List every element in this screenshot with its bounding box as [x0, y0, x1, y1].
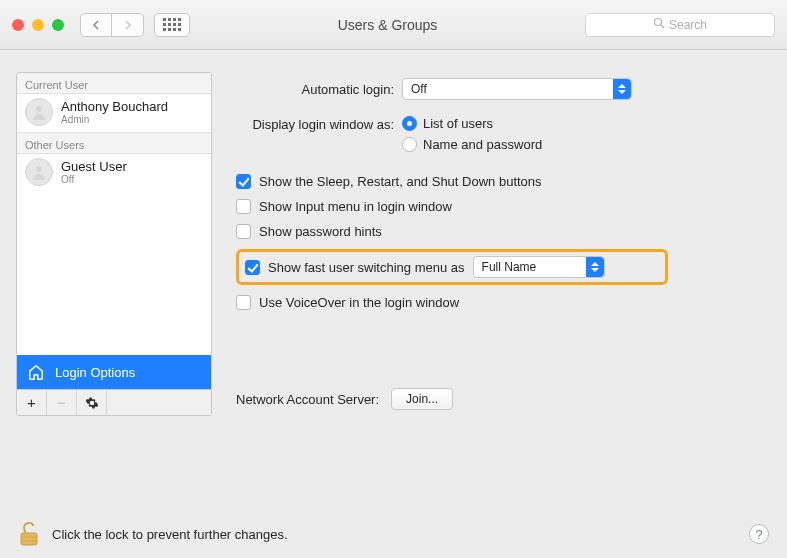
current-user-header: Current User — [17, 73, 211, 94]
checkbox-sleep-restart[interactable]: Show the Sleep, Restart, and Shut Down b… — [236, 174, 761, 189]
current-user-row[interactable]: Anthony Bouchard Admin — [17, 94, 211, 132]
login-options-label: Login Options — [55, 365, 135, 380]
checkbox-icon — [236, 224, 251, 239]
other-users-header: Other Users — [17, 132, 211, 154]
fast-user-switching-select[interactable]: Full Name — [473, 256, 605, 278]
lock-text: Click the lock to prevent further change… — [52, 527, 288, 542]
minimize-window-button[interactable] — [32, 19, 44, 31]
join-button[interactable]: Join... — [391, 388, 453, 410]
automatic-login-value: Off — [411, 82, 427, 96]
svg-rect-4 — [21, 533, 37, 545]
svg-point-0 — [654, 19, 661, 26]
checkbox-icon — [236, 295, 251, 310]
close-window-button[interactable] — [12, 19, 24, 31]
window-title: Users & Groups — [200, 17, 575, 33]
stepper-icon — [586, 257, 604, 277]
remove-user-button: − — [47, 390, 77, 415]
lock-icon[interactable] — [18, 521, 40, 547]
radio-icon — [402, 116, 417, 131]
automatic-login-select[interactable]: Off — [402, 78, 632, 100]
toolbar: Users & Groups Search — [0, 0, 787, 50]
fast-user-switching-value: Full Name — [482, 260, 537, 274]
sidebar-actions: + − — [17, 389, 211, 415]
zoom-window-button[interactable] — [52, 19, 64, 31]
checkbox-icon — [245, 260, 260, 275]
radio-icon — [402, 137, 417, 152]
search-icon — [653, 17, 665, 32]
radio-name-password[interactable]: Name and password — [402, 137, 542, 152]
help-button[interactable]: ? — [749, 524, 769, 544]
user-name: Anthony Bouchard — [61, 99, 168, 114]
stepper-icon — [613, 79, 631, 99]
checkbox-input-menu[interactable]: Show Input menu in login window — [236, 199, 761, 214]
radio-list-of-users[interactable]: List of users — [402, 116, 542, 131]
checkbox-icon — [236, 174, 251, 189]
user-role: Off — [61, 174, 127, 185]
checkbox-password-hints[interactable]: Show password hints — [236, 224, 761, 239]
window-controls — [12, 19, 64, 31]
avatar-icon — [25, 98, 53, 126]
svg-point-3 — [36, 166, 42, 172]
nav-buttons — [80, 13, 144, 37]
back-button[interactable] — [80, 13, 112, 37]
sidebar: Current User Anthony Bouchard Admin Othe… — [16, 72, 212, 416]
svg-point-2 — [36, 106, 42, 112]
display-login-label: Display login window as: — [236, 116, 394, 132]
other-user-row[interactable]: Guest User Off — [17, 154, 211, 192]
add-user-button[interactable]: + — [17, 390, 47, 415]
highlight-fast-user-switching: Show fast user switching menu as Full Na… — [236, 249, 668, 285]
checkbox-icon — [236, 199, 251, 214]
automatic-login-label: Automatic login: — [236, 82, 394, 97]
footer: Click the lock to prevent further change… — [0, 510, 787, 558]
search-field[interactable]: Search — [585, 13, 775, 37]
home-icon — [27, 363, 45, 381]
forward-button[interactable] — [112, 13, 144, 37]
user-name: Guest User — [61, 159, 127, 174]
login-options-item[interactable]: Login Options — [17, 355, 211, 389]
show-all-button[interactable] — [154, 13, 190, 37]
network-account-server-label: Network Account Server: — [236, 392, 379, 407]
user-role: Admin — [61, 114, 168, 125]
search-placeholder: Search — [669, 18, 707, 32]
action-menu-button[interactable] — [77, 390, 107, 415]
svg-line-1 — [661, 25, 664, 28]
avatar-icon — [25, 158, 53, 186]
checkbox-voiceover[interactable]: Use VoiceOver in the login window — [236, 295, 761, 310]
settings-pane: Automatic login: Off Display login windo… — [226, 72, 771, 416]
checkbox-fast-user-switching[interactable]: Show fast user switching menu as — [245, 260, 465, 275]
